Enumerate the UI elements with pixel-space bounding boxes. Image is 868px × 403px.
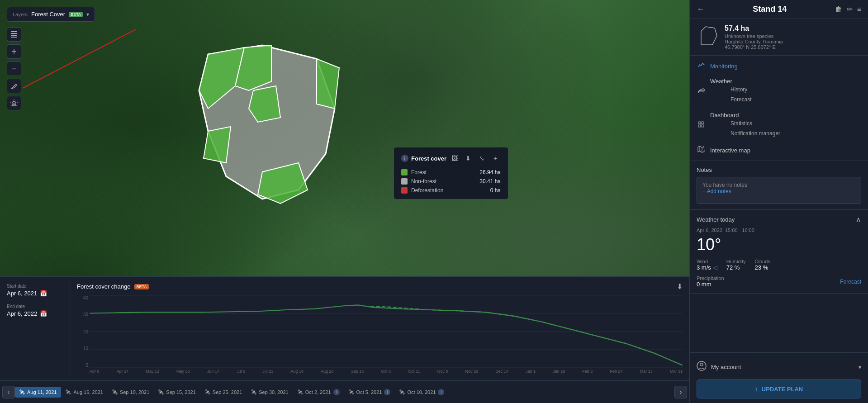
legend-value-deforestation: 0 ha	[490, 187, 501, 194]
xlabel-jun17: Jun 17	[207, 369, 219, 379]
timeline-prev-btn[interactable]: ‹	[2, 386, 15, 398]
my-account-label: My account	[711, 364, 741, 370]
nav-item-dashboard[interactable]: Dashboard Statistics Notification manage…	[690, 108, 868, 142]
legend-label-forest: Forest	[411, 169, 476, 175]
notes-input[interactable]: You have no notes + Add notes	[697, 177, 861, 204]
xlabel-may12: May 12	[146, 369, 159, 379]
chart-ylabel-0: 0	[77, 363, 88, 368]
xlabel-mar13: Mar 13	[640, 369, 653, 379]
svg-marker-19	[701, 27, 717, 45]
legend-value-nonforest: 30.41 ha	[479, 178, 501, 185]
chart-svg-container: 40 30 20 10 0	[77, 295, 683, 379]
svg-point-28	[700, 363, 703, 366]
xlabel-aug10: Aug 10	[290, 369, 304, 379]
legend-color-forest	[401, 169, 408, 175]
timeline-date-4: Sep 25, 2021	[213, 389, 242, 395]
map-container[interactable]: Layers Forest Cover BETA ▾ + − i Forest …	[0, 0, 689, 403]
weather-precipitation: Precipitation 0 mm Forecast	[697, 275, 861, 288]
satellite-icon: 🛰	[112, 389, 118, 395]
stand-area: 57.4 ha	[725, 24, 861, 33]
popup-image-btn[interactable]: 🖼	[449, 153, 460, 164]
nav-delete-btn[interactable]: 🗑	[835, 5, 842, 14]
account-circle-icon	[697, 361, 707, 373]
timeline-bar: ‹ 🛰 Aug 11, 2021 🛰 Aug 16, 2021 🛰 Sep 10…	[0, 380, 689, 403]
start-date-calendar-icon[interactable]: 📅	[40, 290, 47, 297]
sidebar-bottom: My account ▾ ↑ UPDATE PLAN	[690, 352, 868, 403]
chart-ylabel-30: 30	[77, 312, 88, 317]
satellite-icon: 🛰	[251, 389, 256, 395]
svg-point-20	[703, 64, 705, 65]
svg-rect-8	[11, 33, 17, 34]
my-account-btn[interactable]: My account ▾	[697, 357, 861, 377]
stand-info: 57.4 ha Unknown tree species Harghita Co…	[690, 19, 868, 56]
sidebar-top-nav: ← Stand 14 🗑 ✏ ≡	[690, 0, 868, 19]
timeline-item-5[interactable]: 🛰 Sep 30, 2021	[247, 387, 293, 398]
weather-wind-label: Wind	[697, 259, 717, 264]
nav-statistics[interactable]: Statistics	[730, 119, 861, 128]
nav-interactive-map-label: Interactive map	[710, 147, 750, 154]
weather-icon	[697, 87, 706, 96]
popup-info-icon[interactable]: i	[401, 155, 408, 162]
end-date-control: End date Apr 6, 2022 📅	[7, 304, 63, 317]
nav-back-btn[interactable]: ←	[697, 5, 705, 14]
timeline-item-7[interactable]: 🛰 Oct 5, 2021 i	[344, 387, 395, 398]
nav-menu-btn[interactable]: ≡	[857, 5, 861, 14]
xlabel-jan1: Jan 1	[526, 369, 536, 379]
timeline-item-0[interactable]: 🛰 Aug 11, 2021	[15, 387, 61, 398]
legend-color-deforestation	[401, 187, 408, 194]
end-date-calendar-icon[interactable]: 📅	[40, 310, 47, 317]
svg-marker-7	[317, 59, 339, 109]
date-controls: Start date Apr 6, 2021 📅 End date Apr 6,…	[0, 277, 70, 380]
weather-collapse-btn[interactable]: ∧	[856, 215, 861, 224]
timeline-item-6[interactable]: 🛰 Oct 2, 2021 i	[293, 387, 344, 398]
xlabel-dec14: Dec 14	[495, 369, 508, 379]
draw-tool-btn[interactable]	[7, 79, 21, 93]
timeline-item-1[interactable]: 🛰 Aug 16, 2021	[61, 387, 107, 398]
timeline-next-btn[interactable]: ›	[674, 386, 687, 398]
xlabel-jul23: Jul 23	[262, 369, 273, 379]
timeline-item-4[interactable]: 🛰 Sep 25, 2021	[200, 387, 247, 398]
chart-yaxis: 40 30 20 10 0	[77, 295, 88, 368]
timeline-item-2[interactable]: 🛰 Sep 10, 2021	[108, 387, 154, 398]
nav-edit-btn[interactable]: ✏	[847, 5, 853, 14]
nav-item-monitoring[interactable]: Monitoring	[690, 58, 868, 74]
zoom-out-btn[interactable]: −	[7, 62, 21, 76]
location-btn[interactable]	[7, 96, 21, 110]
stand-species: Unknown tree species	[725, 33, 861, 39]
nav-dashboard-sub: Statistics Notification manager	[710, 119, 861, 138]
chart-svg	[90, 295, 683, 368]
chart-download-btn[interactable]: ⬇	[677, 282, 683, 291]
timeline-date-6: Oct 2, 2021	[305, 389, 331, 395]
xlabel-jul5: Jul 5	[237, 369, 245, 379]
stand-details: 57.4 ha Unknown tree species Harghita Co…	[725, 24, 861, 50]
nav-item-interactive-map[interactable]: Interactive map	[690, 142, 868, 158]
update-plan-btn[interactable]: ↑ UPDATE PLAN	[697, 379, 861, 398]
zoom-in-btn[interactable]: +	[7, 44, 21, 59]
weather-forecast-link[interactable]: Forecast	[840, 279, 861, 285]
notes-add-link[interactable]: + Add notes	[702, 188, 731, 194]
nav-weather-forecast[interactable]: Forecast	[730, 95, 861, 104]
timeline-date-2: Sep 10, 2021	[120, 389, 149, 395]
forest-cover-popup: i Forest cover 🖼 ⬇ ⤡ + Forest 26.94 ha N…	[394, 147, 508, 199]
xlabel-apr24: Apr 24	[117, 369, 129, 379]
timeline-item-8[interactable]: 🛰 Oct 10, 2021 i	[395, 387, 449, 398]
xlabel-nov8: Nov 8	[437, 369, 448, 379]
svg-rect-22	[702, 122, 704, 124]
nav-notification-manager[interactable]: Notification manager	[730, 128, 861, 138]
start-date-label: Start date	[7, 284, 63, 289]
weather-temp: 10°	[697, 235, 861, 254]
nav-weather-history[interactable]: History	[730, 85, 861, 95]
stand-coords: 46.7980° N 25.6072° E	[725, 44, 861, 50]
weather-wind-value: 3 m/s ◁	[697, 264, 717, 271]
xlabel-oct21: Oct 21	[408, 369, 420, 379]
popup-expand-btn[interactable]: ⤡	[476, 153, 487, 164]
layers-beta: BETA	[69, 12, 83, 17]
toolbar-layers-btn[interactable]	[7, 27, 21, 42]
layers-dropdown[interactable]: Layers Forest Cover BETA ▾	[7, 7, 95, 22]
timeline-item-3[interactable]: 🛰 Sep 15, 2021	[154, 387, 200, 398]
popup-download-btn[interactable]: ⬇	[463, 153, 474, 164]
nav-item-weather[interactable]: Weather History Forecast	[690, 74, 868, 108]
popup-add-btn[interactable]: +	[490, 153, 501, 164]
update-plan-label: UPDATE PLAN	[762, 386, 803, 393]
svg-rect-10	[11, 31, 17, 32]
